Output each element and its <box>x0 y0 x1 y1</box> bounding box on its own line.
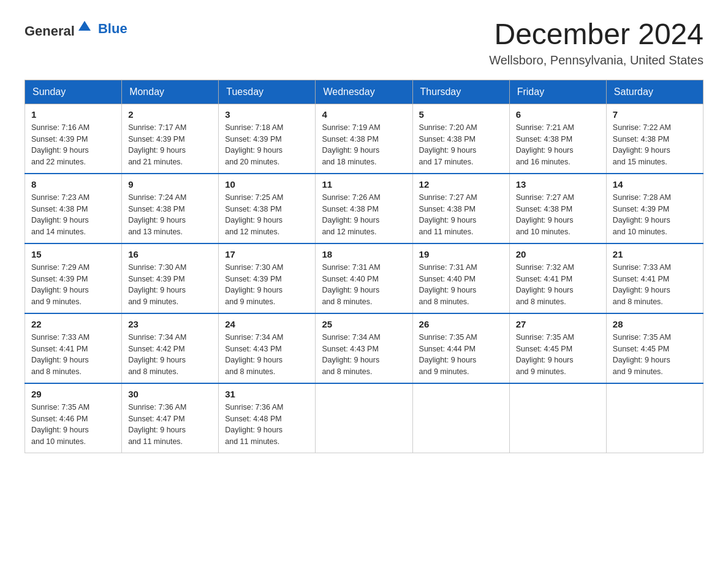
calendar-cell: 15Sunrise: 7:29 AMSunset: 4:39 PMDayligh… <box>25 243 122 313</box>
day-number: 12 <box>419 179 503 190</box>
day-info: Sunrise: 7:19 AMSunset: 4:38 PMDaylight:… <box>322 122 406 168</box>
day-number: 30 <box>128 389 212 399</box>
day-number: 27 <box>516 319 600 329</box>
calendar-cell: 26Sunrise: 7:35 AMSunset: 4:44 PMDayligh… <box>412 313 509 383</box>
day-info: Sunrise: 7:33 AMSunset: 4:41 PMDaylight:… <box>31 332 115 378</box>
day-info: Sunrise: 7:26 AMSunset: 4:38 PMDaylight:… <box>322 192 406 238</box>
calendar-day-header-wednesday: Wednesday <box>316 80 412 104</box>
calendar-week-row: 15Sunrise: 7:29 AMSunset: 4:39 PMDayligh… <box>25 243 703 313</box>
day-info: Sunrise: 7:22 AMSunset: 4:38 PMDaylight:… <box>613 122 697 168</box>
day-info: Sunrise: 7:16 AMSunset: 4:39 PMDaylight:… <box>31 122 115 168</box>
calendar-cell: 29Sunrise: 7:35 AMSunset: 4:46 PMDayligh… <box>25 383 122 453</box>
calendar-day-header-friday: Friday <box>509 80 606 104</box>
calendar-cell: 14Sunrise: 7:28 AMSunset: 4:39 PMDayligh… <box>606 174 703 243</box>
day-number: 18 <box>322 249 406 259</box>
day-info: Sunrise: 7:28 AMSunset: 4:39 PMDaylight:… <box>613 192 697 238</box>
day-info: Sunrise: 7:35 AMSunset: 4:45 PMDaylight:… <box>613 332 697 378</box>
calendar-day-header-monday: Monday <box>122 80 219 104</box>
calendar-cell: 1Sunrise: 7:16 AMSunset: 4:39 PMDaylight… <box>25 104 122 174</box>
day-info: Sunrise: 7:35 AMSunset: 4:45 PMDaylight:… <box>516 332 600 378</box>
calendar-cell <box>412 383 509 453</box>
day-info: Sunrise: 7:34 AMSunset: 4:42 PMDaylight:… <box>128 332 212 378</box>
calendar-week-row: 1Sunrise: 7:16 AMSunset: 4:39 PMDaylight… <box>25 104 703 174</box>
day-info: Sunrise: 7:23 AMSunset: 4:38 PMDaylight:… <box>31 192 115 238</box>
calendar-cell: 19Sunrise: 7:31 AMSunset: 4:40 PMDayligh… <box>412 243 509 313</box>
day-number: 24 <box>225 319 309 329</box>
calendar-cell: 7Sunrise: 7:22 AMSunset: 4:38 PMDaylight… <box>606 104 703 174</box>
day-info: Sunrise: 7:35 AMSunset: 4:44 PMDaylight:… <box>419 332 503 378</box>
calendar-cell: 18Sunrise: 7:31 AMSunset: 4:40 PMDayligh… <box>316 243 412 313</box>
day-number: 17 <box>225 249 309 259</box>
month-year-title: December 2024 <box>489 18 703 51</box>
day-number: 3 <box>225 109 309 120</box>
calendar-cell: 16Sunrise: 7:30 AMSunset: 4:39 PMDayligh… <box>122 243 219 313</box>
day-number: 10 <box>225 179 309 190</box>
calendar-header-row: SundayMondayTuesdayWednesdayThursdayFrid… <box>25 80 703 104</box>
day-number: 4 <box>322 109 406 120</box>
day-number: 20 <box>516 249 600 259</box>
calendar-week-row: 8Sunrise: 7:23 AMSunset: 4:38 PMDaylight… <box>25 174 703 243</box>
logo-text: General <box>25 18 93 39</box>
day-number: 9 <box>128 179 212 190</box>
calendar-cell: 30Sunrise: 7:36 AMSunset: 4:47 PMDayligh… <box>122 383 219 453</box>
day-number: 28 <box>613 319 697 329</box>
day-number: 22 <box>31 319 115 329</box>
calendar-day-header-sunday: Sunday <box>25 80 122 104</box>
calendar-cell: 10Sunrise: 7:25 AMSunset: 4:38 PMDayligh… <box>219 174 316 243</box>
calendar-cell: 11Sunrise: 7:26 AMSunset: 4:38 PMDayligh… <box>316 174 412 243</box>
day-info: Sunrise: 7:32 AMSunset: 4:41 PMDaylight:… <box>516 262 600 308</box>
day-info: Sunrise: 7:36 AMSunset: 4:47 PMDaylight:… <box>128 402 212 448</box>
day-number: 15 <box>31 249 115 259</box>
calendar-cell: 9Sunrise: 7:24 AMSunset: 4:38 PMDaylight… <box>122 174 219 243</box>
calendar-cell: 22Sunrise: 7:33 AMSunset: 4:41 PMDayligh… <box>25 313 122 383</box>
logo-icon <box>76 18 93 36</box>
logo-general: General <box>25 23 75 39</box>
day-info: Sunrise: 7:33 AMSunset: 4:41 PMDaylight:… <box>613 262 697 308</box>
day-info: Sunrise: 7:29 AMSunset: 4:39 PMDaylight:… <box>31 262 115 308</box>
calendar-day-header-tuesday: Tuesday <box>219 80 316 104</box>
calendar-cell: 12Sunrise: 7:27 AMSunset: 4:38 PMDayligh… <box>412 174 509 243</box>
day-info: Sunrise: 7:34 AMSunset: 4:43 PMDaylight:… <box>225 332 309 378</box>
day-info: Sunrise: 7:21 AMSunset: 4:38 PMDaylight:… <box>516 122 600 168</box>
calendar-cell: 5Sunrise: 7:20 AMSunset: 4:38 PMDaylight… <box>412 104 509 174</box>
calendar-cell: 4Sunrise: 7:19 AMSunset: 4:38 PMDaylight… <box>316 104 412 174</box>
calendar-cell: 20Sunrise: 7:32 AMSunset: 4:41 PMDayligh… <box>509 243 606 313</box>
day-info: Sunrise: 7:31 AMSunset: 4:40 PMDaylight:… <box>419 262 503 308</box>
calendar-table: SundayMondayTuesdayWednesdayThursdayFrid… <box>25 80 703 453</box>
calendar-cell: 13Sunrise: 7:27 AMSunset: 4:38 PMDayligh… <box>509 174 606 243</box>
calendar-week-row: 22Sunrise: 7:33 AMSunset: 4:41 PMDayligh… <box>25 313 703 383</box>
day-info: Sunrise: 7:27 AMSunset: 4:38 PMDaylight:… <box>516 192 600 238</box>
day-info: Sunrise: 7:27 AMSunset: 4:38 PMDaylight:… <box>419 192 503 238</box>
day-number: 23 <box>128 319 212 329</box>
day-number: 25 <box>322 319 406 329</box>
calendar-day-header-saturday: Saturday <box>606 80 703 104</box>
day-info: Sunrise: 7:30 AMSunset: 4:39 PMDaylight:… <box>128 262 212 308</box>
day-number: 14 <box>613 179 697 190</box>
day-info: Sunrise: 7:36 AMSunset: 4:48 PMDaylight:… <box>225 402 309 448</box>
calendar-cell <box>509 383 606 453</box>
day-info: Sunrise: 7:31 AMSunset: 4:40 PMDaylight:… <box>322 262 406 308</box>
calendar-cell: 17Sunrise: 7:30 AMSunset: 4:39 PMDayligh… <box>219 243 316 313</box>
day-number: 19 <box>419 249 503 259</box>
day-number: 11 <box>322 179 406 190</box>
day-number: 7 <box>613 109 697 120</box>
calendar-cell: 31Sunrise: 7:36 AMSunset: 4:48 PMDayligh… <box>219 383 316 453</box>
day-number: 31 <box>225 389 309 399</box>
calendar-cell <box>606 383 703 453</box>
day-number: 16 <box>128 249 212 259</box>
calendar-cell <box>316 383 412 453</box>
day-info: Sunrise: 7:34 AMSunset: 4:43 PMDaylight:… <box>322 332 406 378</box>
day-number: 1 <box>31 109 115 120</box>
day-info: Sunrise: 7:35 AMSunset: 4:46 PMDaylight:… <box>31 402 115 448</box>
day-info: Sunrise: 7:24 AMSunset: 4:38 PMDaylight:… <box>128 192 212 238</box>
svg-marker-0 <box>78 21 91 31</box>
day-number: 13 <box>516 179 600 190</box>
location-subtitle: Wellsboro, Pennsylvania, United States <box>489 53 703 67</box>
day-number: 21 <box>613 249 697 259</box>
day-number: 29 <box>31 389 115 399</box>
day-info: Sunrise: 7:25 AMSunset: 4:38 PMDaylight:… <box>225 192 309 238</box>
calendar-cell: 25Sunrise: 7:34 AMSunset: 4:43 PMDayligh… <box>316 313 412 383</box>
day-number: 2 <box>128 109 212 120</box>
calendar-day-header-thursday: Thursday <box>412 80 509 104</box>
calendar-cell: 6Sunrise: 7:21 AMSunset: 4:38 PMDaylight… <box>509 104 606 174</box>
